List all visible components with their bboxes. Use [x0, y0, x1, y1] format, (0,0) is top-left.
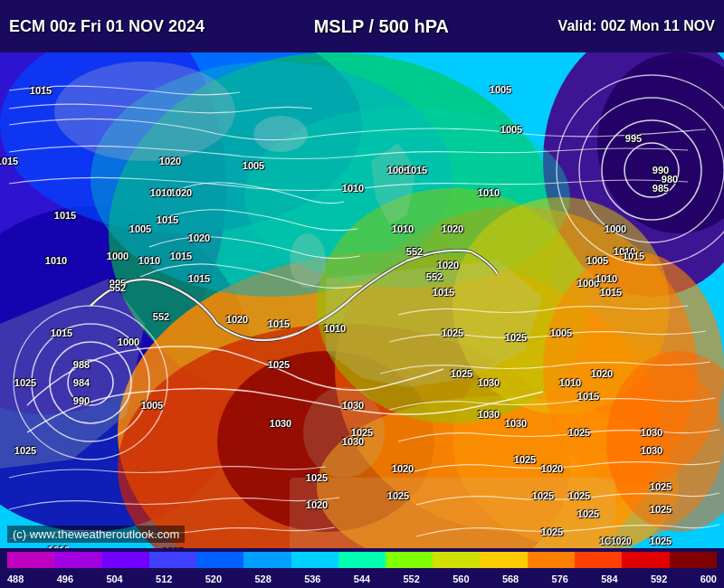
- svg-point-22: [303, 387, 385, 478]
- color-bar-container: [7, 552, 717, 568]
- header-bar: ECM 00z Fri 01 NOV 2024 MSLP / 500 hPA V…: [0, 0, 724, 52]
- svg-point-20: [253, 116, 308, 152]
- header-right: Valid: 00Z Mon 11 NOV: [558, 18, 715, 34]
- map-area: 1015101510151020102010151020101510151010…: [0, 52, 724, 548]
- header-left: ECM 00z Fri 01 NOV 2024: [9, 17, 205, 36]
- svg-rect-23: [290, 478, 615, 548]
- scale-labels-row: 4884965045125205285365445525605685765845…: [7, 574, 717, 584]
- footer-bar: 4884965045125205285365445525605685765845…: [0, 548, 724, 588]
- svg-point-21: [290, 233, 326, 288]
- copyright-text: (c) www.theweatheroutlook.com: [7, 526, 185, 543]
- main-container: ECM 00z Fri 01 NOV 2024 MSLP / 500 hPA V…: [0, 0, 724, 588]
- header-center: MSLP / 500 hPA: [314, 16, 449, 37]
